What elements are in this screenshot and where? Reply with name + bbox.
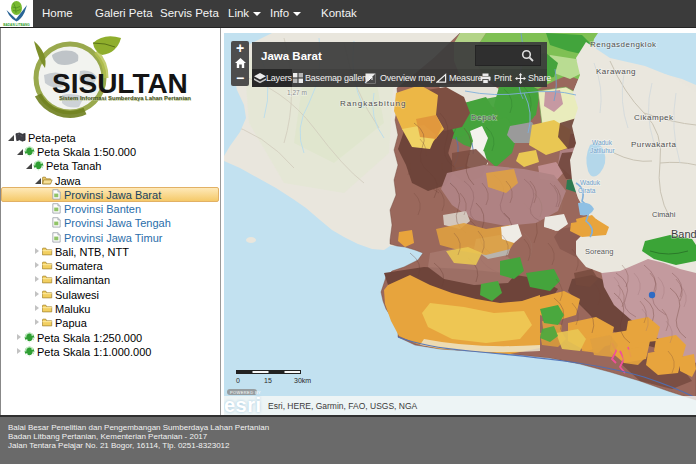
svg-text:Cirata: Cirata [578, 187, 596, 194]
svg-text:Soreang: Soreang [585, 247, 613, 256]
svg-text:Cikampek: Cikampek [634, 113, 674, 122]
svg-text:Waduk: Waduk [592, 139, 613, 146]
svg-text:Purwakarta: Purwakarta [631, 140, 677, 149]
svg-text:Jatiluhur: Jatiluhur [590, 147, 615, 154]
svg-text:Depok: Depok [471, 113, 497, 122]
svg-text:Rengasdengklok: Rengasdengklok [590, 40, 657, 49]
svg-text:esri: esri [224, 394, 262, 415]
svg-text:Cimahi: Cimahi [652, 210, 676, 219]
svg-text:Waduk: Waduk [580, 179, 601, 186]
svg-text:Bandung: Bandung [671, 228, 696, 240]
svg-text:Karawang: Karawang [596, 67, 636, 76]
svg-text:1,27 m: 1,27 m [287, 89, 307, 96]
svg-text:Rangkasbitung: Rangkasbitung [340, 99, 406, 108]
